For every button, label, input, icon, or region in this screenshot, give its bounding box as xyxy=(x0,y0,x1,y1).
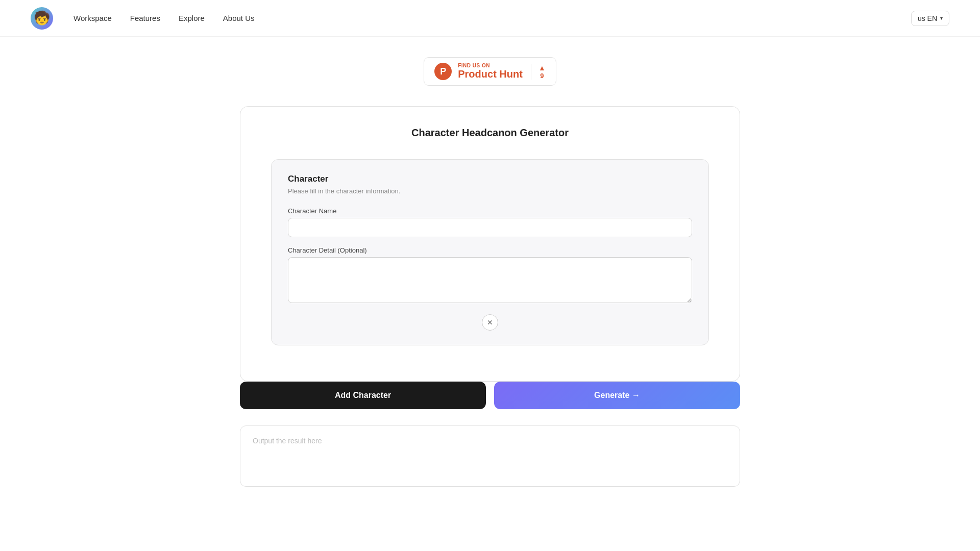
remove-btn-area: ✕ xyxy=(288,314,692,331)
main-nav: Workspace Features Explore About Us xyxy=(74,14,911,22)
character-detail-label: Character Detail (Optional) xyxy=(288,246,692,254)
page-title: Character Headcanon Generator xyxy=(271,127,709,139)
remove-character-button[interactable]: ✕ xyxy=(482,314,498,331)
output-area: Output the result here xyxy=(240,425,740,487)
product-hunt-logo: P xyxy=(434,63,452,80)
character-card-subtitle: Please fill in the character information… xyxy=(288,187,692,195)
character-card: Character Please fill in the character i… xyxy=(271,159,709,345)
nav-explore[interactable]: Explore xyxy=(179,14,205,22)
nav-features[interactable]: Features xyxy=(130,14,160,22)
product-hunt-votes: ▲ 9 xyxy=(531,64,546,80)
header: 🧒 Workspace Features Explore About Us us… xyxy=(0,0,980,37)
character-name-label: Character Name xyxy=(288,207,692,215)
language-label: us EN xyxy=(918,14,937,22)
main-card-container: Character Headcanon Generator Character … xyxy=(240,106,740,382)
language-selector[interactable]: us EN ▾ xyxy=(911,11,949,26)
character-detail-input[interactable] xyxy=(288,257,692,303)
chevron-down-icon: ▾ xyxy=(940,15,943,21)
upvote-arrow-icon: ▲ xyxy=(538,64,546,72)
generate-button[interactable]: Generate → xyxy=(494,382,740,409)
logo-area[interactable]: 🧒 xyxy=(31,7,53,30)
output-placeholder: Output the result here xyxy=(253,437,322,445)
product-hunt-find-label: FIND US ON xyxy=(458,63,523,68)
nav-about[interactable]: About Us xyxy=(223,14,255,22)
close-icon: ✕ xyxy=(487,318,493,327)
product-hunt-text: FIND US ON Product Hunt xyxy=(458,63,523,80)
add-character-button[interactable]: Add Character xyxy=(240,382,486,409)
product-hunt-banner[interactable]: P FIND US ON Product Hunt ▲ 9 xyxy=(424,57,556,86)
character-card-title: Character xyxy=(288,174,692,184)
main-content: P FIND US ON Product Hunt ▲ 9 Character … xyxy=(0,37,980,507)
logo-avatar: 🧒 xyxy=(31,7,53,30)
character-name-input[interactable] xyxy=(288,218,692,237)
product-hunt-name: Product Hunt xyxy=(458,68,523,80)
nav-workspace[interactable]: Workspace xyxy=(74,14,112,22)
action-buttons: Add Character Generate → xyxy=(240,382,740,409)
vote-count: 9 xyxy=(540,72,544,80)
